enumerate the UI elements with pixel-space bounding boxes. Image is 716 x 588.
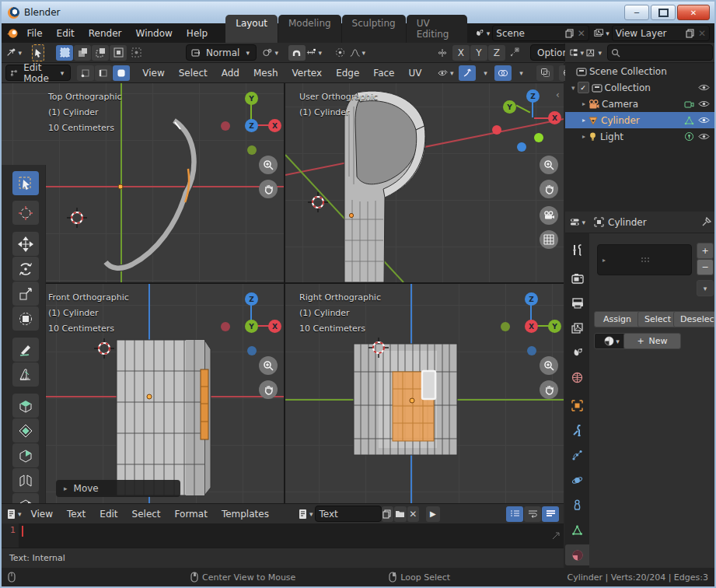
outliner-row-scene-collection[interactable]: Scene Collection bbox=[565, 63, 716, 79]
tool-measure[interactable] bbox=[12, 362, 39, 387]
add-slot-button[interactable]: + bbox=[697, 243, 714, 259]
view-layer-name-field[interactable]: View Layer ✕ bbox=[612, 25, 710, 41]
workspace-tab-modeling[interactable]: Modeling bbox=[278, 15, 341, 43]
select-mode-intersect-button[interactable] bbox=[127, 45, 145, 61]
gizmo-x-axis[interactable]: X bbox=[525, 320, 538, 333]
menu-file[interactable]: File bbox=[19, 26, 49, 40]
gizmo-z-negative[interactable] bbox=[527, 346, 536, 355]
viewport-right[interactable]: Right Orthographic (1) Cylinder 10 Centi… bbox=[285, 284, 564, 503]
material-slot-list[interactable]: ▸ bbox=[597, 244, 692, 275]
tool-scale[interactable] bbox=[12, 282, 39, 306]
scene-browse-icon[interactable]: ▾ bbox=[474, 26, 491, 41]
gizmo-y-axis[interactable]: Y bbox=[548, 320, 561, 333]
proportional-falloff-dropdown[interactable]: ▾ bbox=[350, 45, 367, 61]
expand-icon[interactable]: ▸ bbox=[602, 257, 606, 264]
select-mode-invert-button[interactable] bbox=[110, 45, 127, 61]
zoom-button[interactable] bbox=[540, 156, 558, 174]
select-mode-subtract-button[interactable] bbox=[92, 45, 109, 61]
gizmo-x-negative[interactable] bbox=[492, 125, 501, 135]
menu-window[interactable]: Window bbox=[129, 26, 180, 40]
vertex-select-button[interactable] bbox=[77, 65, 94, 81]
text-menu-text[interactable]: Text bbox=[60, 507, 93, 521]
outliner-row-camera[interactable]: ▸ Camera bbox=[565, 96, 716, 112]
assign-button[interactable]: Assign bbox=[594, 311, 641, 327]
tool-select-box-button[interactable] bbox=[32, 44, 44, 61]
outliner-filter-dropdown[interactable]: ▾ bbox=[586, 45, 603, 61]
expand-icon[interactable]: ▸ bbox=[582, 117, 585, 124]
overlays-dropdown[interactable]: ▾ bbox=[512, 65, 529, 81]
mode-dropdown[interactable]: Edit Mode ▾ bbox=[5, 65, 71, 81]
pin-icon[interactable] bbox=[701, 217, 711, 227]
viewport-menu-mesh[interactable]: Mesh bbox=[246, 66, 285, 80]
properties-editor-type-dropdown[interactable]: ▾ bbox=[570, 215, 587, 230]
tab-constraints[interactable] bbox=[565, 495, 589, 516]
open-text-button[interactable] bbox=[394, 506, 406, 522]
text-menu-view[interactable]: View bbox=[24, 507, 60, 521]
menu-help[interactable]: Help bbox=[180, 26, 215, 40]
menu-render[interactable]: Render bbox=[82, 26, 129, 40]
gizmo-x-axis[interactable]: X bbox=[268, 119, 281, 132]
tab-object[interactable] bbox=[565, 395, 589, 416]
expand-icon[interactable]: ▾ bbox=[571, 84, 575, 92]
pan-button[interactable] bbox=[259, 180, 278, 198]
properties-breadcrumb[interactable]: Cylinder bbox=[594, 217, 701, 228]
mirror-y-toggle[interactable]: Y bbox=[470, 45, 487, 61]
gizmo-y-negative[interactable] bbox=[534, 133, 543, 142]
gizmo-y-axis[interactable]: Y bbox=[503, 100, 516, 114]
viewport-menu-view[interactable]: View bbox=[135, 66, 171, 80]
tab-object-data[interactable] bbox=[565, 520, 589, 541]
tab-view-layer[interactable] bbox=[565, 317, 589, 338]
mirror-z-toggle[interactable]: Z bbox=[488, 45, 505, 61]
viewport-user[interactable]: User Orthographic (1) Cylinder ‹ Z Y X bbox=[285, 83, 564, 282]
pan-button[interactable] bbox=[540, 380, 558, 399]
outliner-row-cylinder[interactable]: ▸ Cylinder bbox=[565, 112, 716, 128]
zoom-button[interactable] bbox=[259, 356, 278, 375]
outliner-display-mode-dropdown[interactable]: ▾ bbox=[568, 45, 585, 61]
workspace-tab-uvediting[interactable]: UV Editing bbox=[407, 15, 468, 43]
gizmo-y-axis[interactable]: Y bbox=[245, 92, 258, 105]
tool-annotate[interactable] bbox=[12, 338, 39, 362]
axis-gizmo[interactable]: Z X Y bbox=[491, 287, 563, 359]
tool-transform[interactable] bbox=[12, 306, 39, 331]
axis-gizmo[interactable]: Z Y X bbox=[486, 88, 561, 156]
gizmo-x-axis[interactable]: X bbox=[268, 320, 281, 333]
tab-material[interactable] bbox=[565, 544, 589, 565]
syntax-highlight-toggle[interactable] bbox=[542, 506, 559, 522]
remove-view-layer-icon[interactable]: ✕ bbox=[698, 28, 706, 39]
slot-specials-dropdown[interactable]: ▾ bbox=[697, 280, 714, 296]
expand-icon[interactable]: ▸ bbox=[582, 100, 585, 107]
word-wrap-toggle[interactable] bbox=[524, 506, 541, 522]
text-menu-templates[interactable]: Templates bbox=[215, 507, 276, 521]
select-button[interactable]: Select bbox=[637, 311, 678, 327]
mirror-x-toggle[interactable]: X bbox=[452, 45, 470, 61]
viewport-menu-face[interactable]: Face bbox=[366, 66, 401, 80]
camera-view-button[interactable] bbox=[540, 206, 558, 225]
tool-bevel[interactable] bbox=[12, 443, 39, 467]
expand-icon[interactable]: ▸ bbox=[64, 485, 68, 492]
tab-particles[interactable] bbox=[565, 445, 589, 466]
new-view-layer-icon[interactable] bbox=[686, 29, 695, 38]
text-menu-select[interactable]: Select bbox=[125, 507, 168, 521]
tab-physics[interactable] bbox=[565, 470, 589, 491]
hide-eye-icon[interactable] bbox=[698, 83, 710, 92]
gizmo-z-negative[interactable] bbox=[247, 346, 257, 355]
tool-rotate[interactable] bbox=[12, 257, 39, 281]
active-tool-icon[interactable]: ▾ bbox=[6, 45, 23, 61]
snap-symmetry-icon[interactable] bbox=[506, 45, 523, 61]
viewport-menu-uv[interactable]: UV bbox=[401, 66, 428, 80]
tool-cursor[interactable] bbox=[12, 201, 39, 225]
viewport-menu-vertex[interactable]: Vertex bbox=[285, 66, 330, 80]
face-select-button[interactable] bbox=[113, 65, 130, 81]
gizmo-x-axis[interactable]: X bbox=[548, 111, 561, 124]
new-material-button[interactable]: + New bbox=[623, 333, 681, 349]
text-menu-format[interactable]: Format bbox=[168, 507, 215, 521]
minimize-button[interactable]: ─ bbox=[624, 5, 649, 20]
snap-mode-dropdown[interactable]: ▾ bbox=[306, 45, 323, 61]
operator-panel-move[interactable]: ▸ Move bbox=[56, 480, 180, 497]
axis-gizmo[interactable]: Z Y X bbox=[211, 287, 283, 359]
gizmo-y-negative[interactable] bbox=[501, 322, 510, 331]
zoom-button[interactable] bbox=[259, 156, 278, 174]
orthographic-toggle-button[interactable] bbox=[540, 230, 558, 249]
text-editor-body[interactable]: 1 bbox=[2, 523, 564, 548]
outliner-search-field[interactable] bbox=[607, 44, 713, 61]
